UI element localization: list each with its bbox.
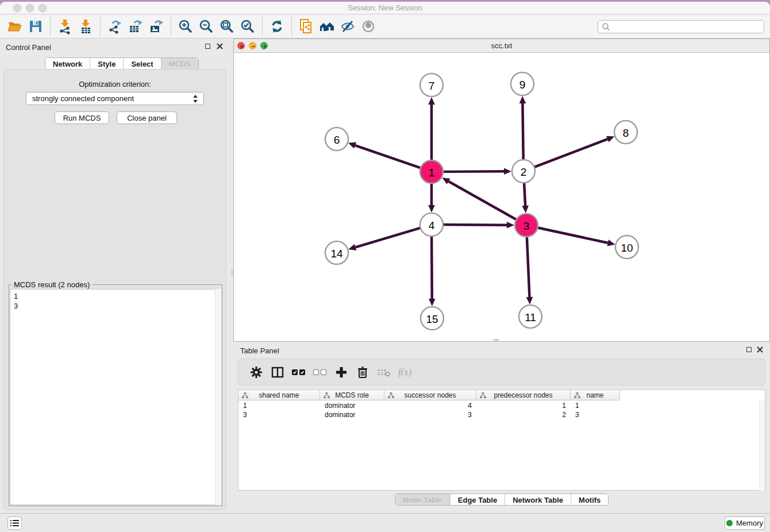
toolbar-separator bbox=[262, 17, 263, 36]
table-cell[interactable]: 3 bbox=[571, 410, 620, 419]
result-scrollbar[interactable] bbox=[215, 289, 221, 505]
splitter-handle[interactable] bbox=[231, 270, 233, 275]
import-network-icon[interactable] bbox=[55, 16, 75, 37]
delete-table-icon[interactable] bbox=[373, 362, 394, 383]
column-header-MCDS-role[interactable]: MCDS role bbox=[320, 390, 384, 400]
table-row[interactable]: 3dominator323 bbox=[238, 410, 765, 419]
graph-edge-1-7[interactable] bbox=[428, 97, 435, 160]
open-file-icon[interactable] bbox=[5, 16, 25, 37]
graph-node-15[interactable]: 15 bbox=[421, 307, 444, 330]
graph-edge-1-6[interactable] bbox=[348, 142, 421, 168]
column-header-name[interactable]: name bbox=[571, 390, 620, 400]
zoom-fit-icon[interactable] bbox=[217, 16, 237, 37]
zoom-out-icon[interactable] bbox=[196, 16, 217, 37]
float-panel-icon[interactable] bbox=[205, 44, 210, 49]
save-session-icon[interactable] bbox=[25, 16, 46, 37]
graph-edge-2-8[interactable] bbox=[534, 136, 615, 167]
table-cell[interactable]: 1 bbox=[571, 401, 620, 410]
hide-selected-icon[interactable] bbox=[337, 16, 358, 37]
graph-node-8[interactable]: 8 bbox=[614, 121, 637, 144]
list-icon bbox=[10, 519, 19, 527]
select-all-icon[interactable] bbox=[288, 362, 309, 383]
export-table-icon[interactable] bbox=[125, 16, 146, 37]
splitter-handle[interactable] bbox=[494, 339, 499, 342]
close-panel-button[interactable]: Close panel bbox=[117, 111, 177, 124]
table-cell[interactable]: dominator bbox=[320, 410, 384, 419]
table-cell[interactable]: 2 bbox=[476, 410, 571, 419]
zoom-selected-icon[interactable] bbox=[237, 16, 258, 37]
table-scrollbar[interactable] bbox=[759, 400, 765, 491]
import-table-icon[interactable] bbox=[75, 16, 96, 37]
table-cell[interactable]: dominator bbox=[320, 401, 384, 410]
graph-edge-2-3[interactable] bbox=[522, 183, 529, 213]
tab-select[interactable]: Select bbox=[123, 58, 160, 69]
toolbar-separator bbox=[171, 17, 171, 36]
graph-edge-4-3[interactable] bbox=[443, 222, 514, 229]
table-cell[interactable]: 1 bbox=[238, 401, 320, 410]
svg-text:7: 7 bbox=[429, 80, 435, 92]
graph-edge-1-2[interactable] bbox=[443, 168, 511, 175]
optimization-criterion-select[interactable]: strongly connected component bbox=[26, 92, 204, 105]
export-network-icon[interactable] bbox=[105, 16, 125, 37]
graph-node-11[interactable]: 11 bbox=[519, 305, 542, 328]
function-builder-icon[interactable]: f(x) bbox=[394, 362, 415, 383]
main-window: Session: New Session bbox=[0, 2, 770, 532]
tab-motifs[interactable]: Motifs bbox=[571, 494, 608, 505]
clone-network-icon[interactable] bbox=[296, 16, 317, 37]
graph-node-14[interactable]: 14 bbox=[325, 241, 348, 264]
delete-entry-icon[interactable] bbox=[352, 362, 373, 383]
graph-edge-3-10[interactable] bbox=[538, 228, 615, 246]
tab-network[interactable]: Network bbox=[45, 58, 90, 69]
graph-node-2[interactable]: 2 bbox=[512, 160, 535, 183]
first-neighbors-icon[interactable] bbox=[317, 16, 337, 37]
graph-edge-3-11[interactable] bbox=[526, 237, 533, 304]
tab-network-table[interactable]: Network Table bbox=[505, 494, 571, 505]
table-row[interactable]: 1dominator411 bbox=[238, 401, 765, 410]
network-canvas[interactable]: 7968124314101511 bbox=[234, 53, 769, 341]
tab-edge-table[interactable]: Edge Table bbox=[450, 494, 505, 505]
graph-edge-2-9[interactable] bbox=[519, 96, 526, 160]
window-titlebar: Session: New Session bbox=[0, 2, 770, 14]
graph-edge-1-4[interactable] bbox=[428, 183, 435, 213]
table-cell[interactable]: 4 bbox=[384, 401, 476, 410]
tab-style[interactable]: Style bbox=[90, 58, 123, 69]
add-entry-icon[interactable] bbox=[330, 362, 352, 383]
tab-node-table[interactable]: Node Table bbox=[395, 494, 450, 505]
refresh-icon[interactable] bbox=[267, 16, 287, 37]
run-mcds-button[interactable]: Run MCDS bbox=[55, 111, 109, 124]
graph-edge-3-1[interactable] bbox=[442, 178, 516, 219]
split-panel-icon[interactable] bbox=[267, 362, 288, 383]
svg-text:3: 3 bbox=[523, 220, 530, 232]
task-history-button[interactable] bbox=[7, 516, 22, 530]
graph-node-1[interactable]: 1 bbox=[420, 160, 443, 183]
toolbar-separator bbox=[291, 17, 292, 36]
memory-button[interactable]: Memory bbox=[725, 516, 765, 530]
graph-edge-4-15[interactable] bbox=[429, 236, 436, 306]
table-cell[interactable]: 3 bbox=[238, 410, 320, 419]
column-header-shared-name[interactable]: shared name bbox=[238, 390, 320, 400]
graph-node-7[interactable]: 7 bbox=[420, 74, 443, 97]
export-image-icon[interactable] bbox=[146, 16, 167, 37]
show-all-icon[interactable] bbox=[358, 16, 379, 37]
graph-node-9[interactable]: 9 bbox=[511, 72, 534, 95]
mcds-result-text[interactable]: 13 bbox=[10, 289, 221, 505]
table-cell[interactable]: 3 bbox=[384, 410, 476, 419]
graph-node-10[interactable]: 10 bbox=[615, 236, 638, 259]
settings-gear-icon[interactable] bbox=[245, 362, 267, 383]
graph-node-3[interactable]: 3 bbox=[515, 214, 538, 237]
close-panel-icon[interactable] bbox=[757, 346, 763, 353]
graph-node-6[interactable]: 6 bbox=[325, 128, 348, 151]
table-cell[interactable]: 1 bbox=[476, 401, 571, 410]
graph-edge-4-14[interactable] bbox=[348, 228, 421, 250]
tab-mcds[interactable]: MCDS bbox=[161, 58, 198, 69]
zoom-in-icon[interactable] bbox=[175, 16, 196, 37]
svg-text:10: 10 bbox=[621, 242, 633, 254]
float-panel-icon[interactable] bbox=[746, 347, 752, 352]
deselect-all-icon[interactable] bbox=[309, 362, 330, 383]
search-input[interactable] bbox=[611, 21, 764, 32]
graph-node-4[interactable]: 4 bbox=[420, 213, 443, 236]
close-panel-icon[interactable] bbox=[217, 43, 223, 49]
column-header-successor-nodes[interactable]: successor nodes bbox=[384, 390, 476, 400]
table-panel: Table Panel bbox=[233, 343, 770, 513]
column-header-predecessor-nodes[interactable]: predecessor nodes bbox=[476, 390, 571, 400]
